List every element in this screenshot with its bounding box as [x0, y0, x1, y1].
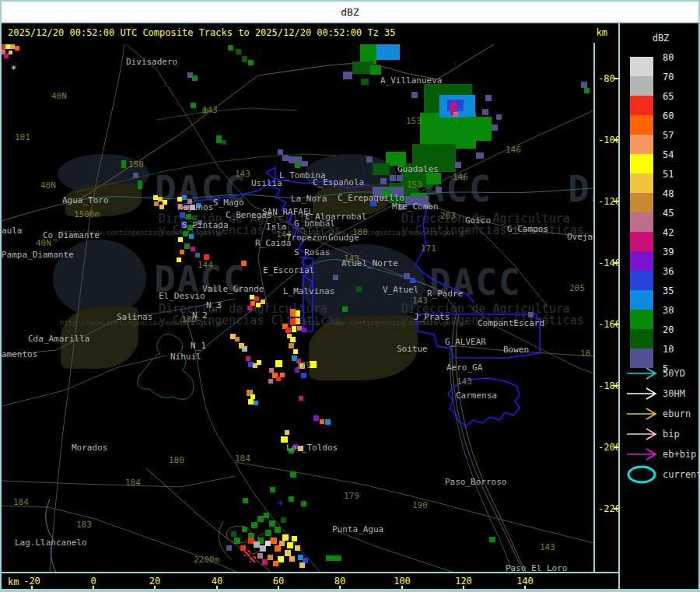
echo-cell — [476, 152, 484, 159]
x-axis-label: 60 — [273, 576, 284, 587]
echo-cell — [356, 286, 362, 292]
echo-cell — [292, 536, 297, 541]
town-label: Goico — [465, 215, 491, 226]
echo-cell — [177, 257, 181, 262]
route-label: 150 — [128, 159, 144, 170]
echo-cell — [178, 237, 183, 242]
scale-color-block — [630, 96, 653, 115]
echo-cell — [241, 261, 247, 266]
echo-cell — [275, 360, 282, 367]
route-label: 179 — [296, 360, 311, 370]
echo-cell — [226, 545, 232, 551]
echo-cell — [299, 161, 308, 166]
echo-cell — [426, 173, 441, 184]
echo-cell — [275, 527, 281, 533]
town-label: Valle_Grande — [202, 284, 264, 294]
town-label: CompantEscard — [478, 318, 544, 328]
route-label: 143 — [457, 377, 472, 387]
bottom-border — [2, 589, 698, 590]
echo-cell — [278, 149, 283, 155]
timestamp-text: 2025/12/20 00:52:00 UTC Composite Tracks… — [8, 27, 396, 38]
route-label: 146 — [506, 145, 521, 155]
town-label: S_Pintada — [182, 220, 229, 230]
route-label: 179 — [344, 491, 359, 501]
echo-cell — [234, 538, 240, 544]
echo-cell — [180, 250, 184, 254]
echo-cell — [528, 312, 534, 317]
x-axis-unit-label: km — [8, 576, 19, 587]
legend-symbol-label: eb+bip — [663, 449, 696, 460]
scale-color-block — [630, 232, 653, 251]
map-marker: + — [278, 498, 283, 509]
scale-tick-label: 39 — [663, 247, 674, 257]
echo-cell — [271, 538, 277, 544]
radar-map-canvas[interactable]: DACCDirección de Agricultura y Contingen… — [2, 43, 593, 572]
route-label: 143 — [235, 169, 250, 179]
town-label: Lag.Llancanelo — [15, 538, 87, 548]
echo-cell — [261, 300, 265, 304]
map-lines-layer — [2, 43, 593, 572]
echo-cell — [248, 399, 254, 405]
echo-cell — [296, 318, 300, 324]
scale-color-block — [630, 251, 653, 271]
x-axis-label: 20 — [149, 576, 160, 587]
echo-cell — [183, 231, 188, 236]
echo-cell — [228, 45, 233, 51]
x-axis-label: 120 — [455, 576, 472, 587]
town-label: aula — [2, 226, 23, 236]
echo-cell — [290, 318, 296, 325]
echo-cell — [373, 163, 390, 175]
legend-symbol-30HM — [626, 384, 657, 404]
echo-cell — [260, 545, 266, 552]
echo-cell — [285, 550, 291, 556]
echo-cell — [265, 541, 271, 546]
echo-cell — [467, 117, 492, 141]
echo-cell — [320, 419, 324, 424]
scale-tick-label: 51 — [663, 169, 674, 180]
echo-cell — [189, 234, 194, 239]
town-label: S_Mago — [213, 198, 244, 208]
legend-panel: dBZ 807065605754514845423936353020105 50… — [618, 23, 700, 590]
y-axis: -80-100-120-140-160-180-200-220 — [593, 43, 620, 572]
echo-cell — [254, 401, 258, 405]
echo-cell — [285, 430, 289, 435]
town-label: Cda_Amarilla — [28, 334, 89, 344]
scale-tick-label: 30 — [663, 305, 674, 316]
eburn-arrow-icon — [626, 404, 657, 424]
echo-cell — [191, 103, 196, 108]
town-label: Divisadero — [126, 57, 177, 67]
echo-cell — [257, 553, 263, 559]
echo-cell — [290, 471, 296, 478]
town-label: Pampa_Diamante — [2, 250, 74, 260]
route-label: 184 — [125, 478, 141, 488]
route-label: 203 — [440, 211, 456, 221]
scale-color-block — [630, 212, 653, 232]
town-label: S_Rosas — [294, 247, 330, 257]
route-label: 183 — [76, 520, 92, 530]
scale-color-block — [630, 193, 653, 212]
x-axis-label: 140 — [516, 576, 534, 587]
bip-arrow-icon — [626, 424, 657, 444]
scale-color-block — [630, 310, 653, 329]
town-label: R_Caida — [255, 238, 291, 248]
echo-cell — [281, 517, 286, 523]
route-label: 40N — [40, 180, 56, 191]
scale-color-block — [630, 329, 653, 349]
echo-cell — [159, 205, 164, 209]
legend-symbol-label: 50YD — [663, 368, 685, 379]
town-label: Oveja — [567, 232, 593, 242]
echo-cell — [325, 419, 331, 425]
scale-tick-label: 20 — [663, 324, 674, 335]
town-label: Carmensa — [456, 391, 497, 401]
town-label: C_Benegas — [226, 210, 272, 220]
echo-cell — [154, 201, 159, 206]
echo-cell — [397, 175, 403, 181]
title-bar: dBZ — [2, 2, 698, 23]
echo-cell — [182, 195, 187, 200]
echo-cell — [301, 501, 306, 506]
echo-cell — [204, 254, 209, 260]
echo-cell — [15, 46, 19, 51]
town-label: Morados — [72, 443, 107, 453]
scale-tick-label: 42 — [663, 227, 674, 238]
echo-cell — [489, 537, 495, 542]
